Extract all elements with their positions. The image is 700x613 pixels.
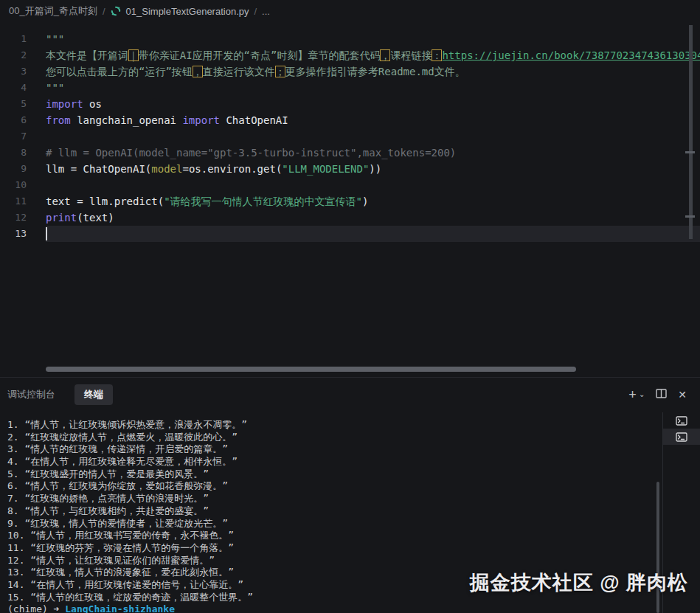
- breadcrumb: 00_开篇词_奇点时刻 / 01_SimpleTextGeneration.py…: [0, 0, 700, 22]
- prompt-env: (chime) ➜: [7, 603, 65, 613]
- vertical-scrollbar[interactable]: [689, 25, 693, 239]
- terminal-icon: [676, 432, 687, 442]
- code-token: "LLM_MODELEND": [282, 163, 369, 175]
- code-line[interactable]: 6from langchain_openai import ChatOpenAI: [0, 112, 700, 128]
- code-token: from: [46, 114, 71, 126]
- code-token: llm = ChatOpenAI(: [46, 163, 151, 175]
- terminal-line: 12. “情人节，让红玫瑰见证你们的甜蜜爱情。”: [7, 555, 653, 567]
- code-token: ，: [193, 66, 203, 77]
- code-text: import os: [46, 96, 102, 112]
- code-token: model: [151, 163, 182, 175]
- terminal-line: 7. “红玫瑰的娇艳，点亮情人节的浪漫时光。”: [7, 493, 653, 505]
- code-token: """: [46, 33, 64, 45]
- overview-ruler-mark: [685, 151, 695, 153]
- line-number: 13: [0, 226, 27, 242]
- code-line[interactable]: 7: [0, 128, 700, 145]
- code-text: print(text): [46, 209, 114, 226]
- code-line[interactable]: 9llm = ChatOpenAI(model=os.environ.get("…: [0, 161, 700, 177]
- code-token: 带你亲证AI应用开发的“奇点”时刻】章节的配套代码: [139, 49, 381, 61]
- terminal-line: 2. “红玫瑰绽放情人节，点燃爱火，温暖彼此的心。”: [7, 432, 653, 444]
- code-token: # llm = OpenAI(model_name="gpt-3.5-turbo…: [46, 147, 456, 159]
- chevron-down-icon[interactable]: ⌄: [639, 391, 645, 398]
- terminal-line: 9. “红玫瑰，情人节的爱情使者，让爱绽放光芒。”: [7, 518, 653, 530]
- terminal-prompt: (chime) ➜ LangChain-shizhanke: [7, 603, 653, 613]
- code-token: 课程链接: [390, 49, 432, 61]
- tab-debug-console[interactable]: 调试控制台: [7, 388, 55, 401]
- code-line[interactable]: 4""": [0, 80, 700, 96]
- code-token: ，: [380, 49, 390, 61]
- overview-ruler-mark: [685, 215, 695, 218]
- code-link[interactable]: https://juejin.cn/book/73877023474361303…: [442, 49, 700, 61]
- breadcrumb-more[interactable]: ...: [262, 6, 270, 17]
- code-line[interactable]: 12print(text): [0, 209, 700, 226]
- code-token: )): [369, 163, 381, 175]
- code-token: 您可以点击最上方的“运行”按钮: [46, 66, 193, 77]
- horizontal-scrollbar[interactable]: [46, 367, 576, 372]
- code-token: """: [46, 82, 64, 94]
- watermark: 掘金技术社区 @ 胖肉松: [470, 569, 688, 596]
- code-token: ｜: [128, 49, 139, 61]
- panel-header: 调试控制台 终端 + ⌄ ✕: [0, 378, 700, 411]
- code-line[interactable]: 10: [0, 177, 700, 193]
- line-number: 5: [0, 96, 27, 112]
- python-file-icon: [111, 6, 121, 16]
- code-line[interactable]: 8# llm = OpenAI(model_name="gpt-3.5-turb…: [0, 145, 700, 161]
- line-number: 2: [0, 47, 27, 63]
- code-token: 更多操作指引请参考Readme.md文件。: [285, 66, 465, 77]
- code-token: os: [83, 98, 102, 110]
- code-editor[interactable]: 1"""2本文件是【开篇词｜带你亲证AI应用开发的“奇点”时刻】章节的配套代码，…: [0, 22, 700, 377]
- code-line[interactable]: 2本文件是【开篇词｜带你亲证AI应用开发的“奇点”时刻】章节的配套代码，课程链接…: [0, 47, 700, 63]
- breadcrumb-separator: /: [103, 6, 105, 17]
- code-line[interactable]: 3您可以点击最上方的“运行”按钮，直接运行该文件；更多操作指引请参考Readme…: [0, 63, 700, 80]
- breadcrumb-separator: /: [254, 6, 257, 17]
- breadcrumb-file[interactable]: 01_SimpleTextGeneration.py: [126, 6, 249, 17]
- code-token: ：: [432, 49, 442, 61]
- code-token: import: [46, 98, 83, 110]
- new-terminal-icon[interactable]: +: [628, 388, 637, 401]
- code-token: langchain_openai: [71, 114, 183, 126]
- close-panel-icon[interactable]: ✕: [678, 389, 687, 400]
- line-number: 9: [0, 161, 27, 177]
- code-token: print: [46, 212, 77, 224]
- terminal-line: 6. “情人节，红玫瑰为你绽放，爱如花香般弥漫。”: [7, 480, 653, 493]
- code-token: 本文件是【开篇词: [46, 49, 128, 61]
- line-number: 10: [0, 177, 27, 193]
- code-text: llm = ChatOpenAI(model=os.environ.get("L…: [46, 161, 381, 177]
- terminal-line: 4. “在情人节，用红玫瑰诠释无尽爱意，相伴永恒。”: [7, 456, 653, 468]
- code-lines: 1"""2本文件是【开篇词｜带你亲证AI应用开发的“奇点”时刻】章节的配套代码，…: [0, 31, 700, 242]
- terminal-instance-2[interactable]: [663, 429, 700, 445]
- code-text: from langchain_openai import ChatOpenAI: [46, 112, 288, 128]
- terminal-instance-1[interactable]: [663, 412, 700, 429]
- code-text: # llm = OpenAI(model_name="gpt-3.5-turbo…: [46, 145, 456, 161]
- code-text: """: [46, 80, 64, 96]
- code-token: ChatOpenAI: [220, 114, 288, 126]
- tab-terminal[interactable]: 终端: [74, 384, 113, 405]
- code-token: =os.environ.get(: [182, 163, 282, 175]
- code-token: (text): [77, 212, 114, 224]
- terminal-icon: [676, 416, 687, 426]
- text-cursor: [46, 227, 47, 240]
- code-token: ): [362, 195, 368, 207]
- line-number: 3: [0, 63, 27, 80]
- code-token: "请给我写一句情人节红玫瑰的中文宣传语": [164, 195, 362, 207]
- code-token: 直接运行该文件: [203, 66, 275, 77]
- split-panel-icon[interactable]: [656, 388, 667, 401]
- code-line[interactable]: 1""": [0, 31, 700, 47]
- code-text: text = llm.predict("请给我写一句情人节红玫瑰的中文宣传语"): [46, 193, 368, 209]
- breadcrumb-folder[interactable]: 00_开篇词_奇点时刻: [9, 4, 97, 18]
- code-line[interactable]: 5import os: [0, 96, 700, 112]
- line-number: 8: [0, 145, 27, 161]
- code-text: """: [46, 31, 64, 47]
- terminal-line: 5. “红玫瑰盛开的情人节，爱是最美的风景。”: [7, 468, 653, 481]
- code-text: 您可以点击最上方的“运行”按钮，直接运行该文件；更多操作指引请参考Readme.…: [46, 63, 465, 80]
- code-line[interactable]: 13: [0, 226, 700, 242]
- panel-actions: + ⌄ ✕: [628, 378, 687, 411]
- line-number: 11: [0, 193, 27, 209]
- code-token: text = llm.predict(: [46, 195, 164, 207]
- line-number: 4: [0, 80, 27, 96]
- line-number: 7: [0, 128, 27, 145]
- prompt-directory: LangChain-shizhanke: [65, 603, 175, 613]
- terminal-line: 3. “情人节的红玫瑰，传递深情，开启爱的篇章。”: [7, 443, 653, 456]
- code-text: 本文件是【开篇词｜带你亲证AI应用开发的“奇点”时刻】章节的配套代码，课程链接：…: [46, 47, 700, 63]
- code-line[interactable]: 11text = llm.predict("请给我写一句情人节红玫瑰的中文宣传语…: [0, 193, 700, 209]
